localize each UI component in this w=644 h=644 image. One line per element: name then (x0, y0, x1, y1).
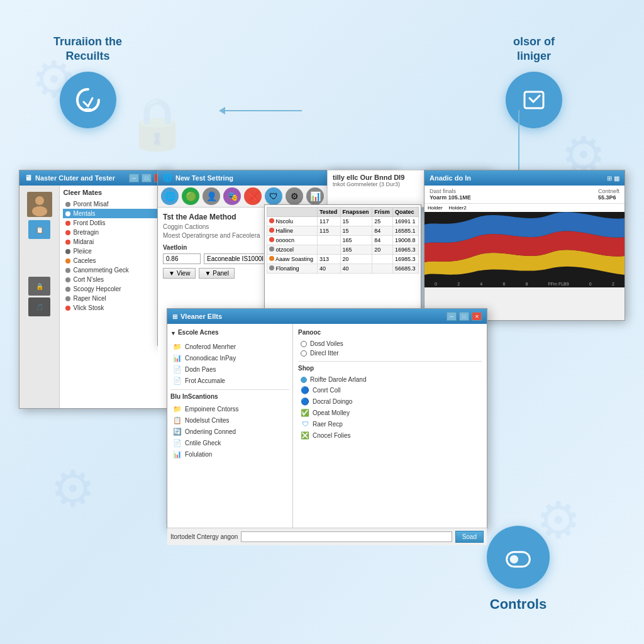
win-chart-title: Anadic do In (430, 174, 471, 182)
viewer-right-item-3[interactable]: 🔵 Conrt Coll (298, 384, 482, 396)
win-viewer-controls[interactable]: ─ □ ✕ (447, 312, 482, 321)
nav-item-6[interactable]: Caceles (63, 256, 166, 265)
win-main-title: 🖥 Naster Cluter and Tester (25, 174, 115, 182)
arrow-left-line (220, 110, 302, 111)
win-viewer: ⊞ Vleaner Ellts ─ □ ✕ ▼ Escole Acnes 📁 (167, 308, 487, 528)
viewer-right-item-5[interactable]: ✅ Opeat Molley (298, 407, 482, 418)
sidebar-icon-1[interactable]: 📋 (28, 220, 50, 239)
bottom-section-label: Itortodelt Cntergy angon (170, 533, 238, 540)
win-chart: Anadic do In ⊞ ▦ Dast finals Yoarm 105.1… (424, 170, 625, 321)
viewer-left-panel: ▼ Escole Acnes 📁 Cnoferod Menrher 📊 Cnon… (167, 324, 293, 528)
row-status-5 (269, 265, 274, 270)
win-main-minimize[interactable]: ─ (129, 174, 139, 182)
panel-btn[interactable]: ▼ Panel (199, 268, 234, 279)
nav-item-2[interactable]: Front Dotlis (63, 218, 166, 228)
viewer-right-item-1[interactable]: Direcl Itter (298, 348, 482, 358)
nav-title: Cleer Mates (63, 189, 166, 196)
row-status-3 (269, 247, 274, 252)
win-main-maximize[interactable]: □ (142, 174, 152, 182)
nav-item-10[interactable]: Raper Nicel (63, 294, 166, 303)
col-fnapssen: Fnapssen (340, 208, 372, 217)
toolbar-costume[interactable]: 🎭 (223, 187, 241, 205)
win-viewer-title: ⊞ Vleaner Ellts (172, 313, 222, 320)
sidebar-icon-2[interactable]: 🔒 (28, 277, 50, 296)
table-row: oooocn 165 84 19008.8 (267, 236, 419, 245)
radio-1[interactable] (301, 350, 307, 357)
toolbar-green[interactable]: 🟢 (182, 187, 199, 205)
toolbar-range[interactable]: 📊 (306, 187, 324, 205)
viewer-item-1[interactable]: 📊 Cnonodicac InPay (170, 352, 289, 364)
nav-dot-0 (65, 202, 70, 207)
viewer-search-input[interactable] (241, 531, 452, 542)
viewer-item-8[interactable]: 📊 Folulation (170, 448, 289, 460)
toolbar-globe[interactable]: 🌐 (161, 187, 179, 205)
viewer-item-0[interactable]: 📁 Cnoferod Menrher (170, 341, 289, 352)
viewer-item-5[interactable]: 📋 Nodelsut Cnites (170, 414, 289, 426)
viewer-right-item-4[interactable]: 🔵 Docral Doingo (298, 396, 482, 407)
chart-icon-2[interactable]: ▦ (614, 175, 619, 182)
win-chart-toolbar-icons[interactable]: ⊞ ▦ (607, 175, 619, 182)
win-main-body: 📋 🔒 🎵 Cleer Mates Poront Misaf Mentals (19, 186, 169, 408)
chart-icon-1[interactable]: ⊞ (607, 175, 612, 182)
nav-item-5[interactable]: Pleiice (63, 247, 166, 256)
toolbar-shield[interactable]: 🛡 (265, 187, 282, 205)
view-btn[interactable]: ▼ View (163, 268, 196, 279)
nav-item-11[interactable]: Vlick Stosk (63, 303, 166, 313)
top-right-icon (506, 72, 562, 128)
win-middle-title: 🌐 New Test Settring (163, 174, 233, 182)
viewer-right-section2: Shop (298, 365, 482, 372)
viewer-right-item-0[interactable]: Dosd Voiles (298, 339, 482, 348)
row-status-0 (269, 218, 274, 223)
table-icon-8: 📊 (173, 450, 182, 458)
viewer-item-3[interactable]: 📄 Frot Accumale (170, 375, 289, 386)
viewer-send-btn[interactable]: Soad (455, 531, 484, 543)
win-viewer-maximize[interactable]: □ (459, 312, 469, 321)
nav-dot-9 (65, 287, 70, 292)
nav-dot-5 (65, 249, 70, 254)
svg-point-3 (510, 555, 518, 564)
win-viewer-close[interactable]: ✕ (472, 312, 482, 321)
toolbar-settings[interactable]: ⚙ (286, 187, 303, 205)
table-row: Aaaw Soasting 313 20 16985.3 (267, 255, 419, 264)
nav-item-7[interactable]: Canommeting Geck (63, 265, 166, 275)
toolbar-cross[interactable]: ❌ (244, 187, 262, 205)
arrow-left-head (215, 107, 225, 114)
radio-2-checked[interactable] (301, 377, 307, 383)
viewer-item-2[interactable]: 📄 Dodn Paes (170, 364, 289, 375)
viewer-section2-title: Blu InScantions (170, 393, 289, 400)
nav-dot-3 (65, 230, 70, 235)
viewer-right-item-7[interactable]: ❎ Cnocel Folies (298, 430, 482, 441)
nav-item-0[interactable]: Poront Misaf (63, 199, 166, 209)
nav-item-1[interactable]: Mentals (63, 209, 166, 218)
green-refresh-icon: 🔄 (173, 427, 182, 436)
top-left-group: Truraiion the Recuilts (53, 35, 122, 128)
viewer-right-section1: Panooc (298, 329, 482, 336)
radio-0[interactable] (301, 341, 307, 347)
nav-item-4[interactable]: Midarai (63, 237, 166, 247)
viewer-right-item-2[interactable]: Roifte Darole Arland (298, 375, 482, 384)
variation-input[interactable] (163, 253, 201, 264)
nav-dot-2 (65, 221, 70, 226)
arrow-right-down (518, 110, 519, 179)
toolbar-char[interactable]: 👤 (203, 187, 220, 205)
chart-stats: Dast finals Yoarm 105.1ME Contneft 55.3P… (425, 186, 625, 204)
nav-item-8[interactable]: Cort N'sles (63, 275, 166, 284)
nav-dot-1 (65, 211, 70, 216)
win-viewer-titlebar: ⊞ Vleaner Ellts ─ □ ✕ (167, 309, 487, 324)
viewer-right-panel: Panooc Dosd Voiles Direcl Itter Shop Roi… (293, 324, 487, 528)
sidebar-icon-3[interactable]: 🎵 (28, 297, 50, 316)
col-tested: Tested (317, 208, 340, 217)
viewer-item-6[interactable]: 🔄 Onderiing Conned (170, 426, 289, 437)
viewer-item-7[interactable]: 📄 Cntile Gheck (170, 437, 289, 448)
win-viewer-minimize[interactable]: ─ (447, 312, 457, 321)
nav-item-3[interactable]: Bretragin (63, 228, 166, 237)
viewer-right-item-6[interactable]: 🛡 Raer Recp (298, 418, 482, 430)
col-qoatec: Qoatec (392, 208, 418, 217)
gray-doc-icon: 📋 (173, 416, 182, 425)
chart-stats-left: Dast finals Yoarm 105.1ME (430, 188, 471, 201)
viewer-item-4[interactable]: 📁 Empoinere Cntorss (170, 403, 289, 414)
table-row: otzocel 165 20 16965.3 (267, 245, 419, 255)
folder-icon-0: 📁 (173, 342, 182, 351)
nav-item-9[interactable]: Scoogy Hepcoler (63, 284, 166, 294)
blue-circle-icon-1: 🔵 (301, 397, 309, 406)
